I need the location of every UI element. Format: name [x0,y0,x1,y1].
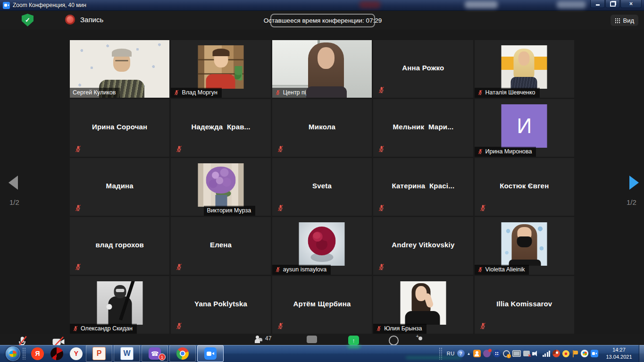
participant-name: Ирина Сорочан [70,99,169,154]
participant-tile[interactable]: Костюк Євген [475,158,574,216]
show-hidden-icons-button[interactable]: ▲ [467,352,471,356]
participant-tile[interactable]: Ирина Сорочан [70,99,169,157]
participant-name-label: Сергей Куликов [70,88,120,98]
dark-app-icon[interactable] [50,347,63,360]
maximize-button[interactable] [605,0,620,8]
participant-tile[interactable]: влад горохов [70,217,169,275]
viber-notification-badge: 1 [159,354,166,361]
ccleaner-tray-icon[interactable] [552,350,560,357]
window-titlebar: Zoom Конференция, 40 мин × [0,0,644,11]
participant-tile[interactable]: Артём Щербина [272,276,372,334]
participant-tile[interactable]: aysun ismaylova [272,217,372,275]
security-shield-icon[interactable]: ✓ [22,14,33,26]
participant-tile[interactable]: Влад Моргун [171,40,270,98]
start-button[interactable] [6,346,20,361]
participant-tile[interactable]: Мадина [70,158,169,216]
signal-tray-icon[interactable] [543,350,551,357]
muted-mic-icon [275,90,281,95]
participant-name: Мадина [70,158,169,213]
muted-mic-icon [479,204,486,211]
windows-update-tray-icon[interactable] [581,350,588,357]
taskbar-divider-dots [22,347,26,360]
taskbar-clock[interactable]: 14:27 13.04.2021 [603,346,635,361]
close-button[interactable]: × [620,0,642,8]
start-video-button-icon[interactable] [52,336,65,345]
minimize-button[interactable] [590,0,605,8]
chat-icon[interactable] [307,336,317,343]
update-warning-tray-icon[interactable] [503,350,510,357]
show-desktop-button[interactable] [639,345,644,362]
word-taskbar-button[interactable]: W [114,345,140,362]
yandex-browser-icon[interactable]: Y [70,347,83,360]
system-tray: RU ? ▲ 14:27 13.04.2021 [437,345,644,362]
participant-tile[interactable]: Наталія Шевченко [475,40,574,98]
participant-tile[interactable]: Микола [272,99,372,157]
maximize-icon [610,1,616,7]
participant-tile[interactable]: Юлия Брынза [373,276,473,334]
participant-name: Yana Poklytska [171,276,270,331]
participant-avatar [97,281,142,325]
powerpoint-taskbar-button[interactable]: P [86,345,112,362]
participants-button[interactable]: 47 [255,336,271,343]
participant-tile[interactable]: Елена [171,217,270,275]
participant-tile[interactable]: Andrey Vitkovskiy [373,217,473,275]
participant-avatar [198,163,244,207]
muted-mic-icon [176,263,183,270]
participant-tile[interactable]: Центр підтримки В... [272,40,372,98]
participant-tile[interactable]: Анна Рожко [373,40,473,98]
record-icon[interactable] [389,336,399,345]
muted-mic-icon [176,145,183,152]
page-indicator-left: 1/2 [9,198,19,206]
meeting-topbar: ✓ Запись Оставшееся время конференции: 0… [0,10,644,29]
close-icon: × [629,1,633,7]
participant-name: Violetta Alieinik [485,266,525,273]
action-center-flag-icon[interactable] [572,350,578,357]
yandex-app-icon[interactable]: Я [31,347,44,360]
page-indicator-right: 1/2 [627,198,636,206]
app-dots-tray-icon[interactable] [493,350,501,357]
share-screen-icon[interactable]: ↑ [348,336,359,345]
participant-tile[interactable]: Сергей Куликов [70,40,169,98]
video-grid: Сергей КуликовВлад МоргунЦентр підтримки… [70,40,574,334]
viber-tray-icon[interactable] [483,350,491,357]
participant-tile[interactable]: Yana Poklytska [171,276,270,334]
recording-indicator-icon[interactable] [65,15,75,25]
volume-tray-icon[interactable] [532,350,540,357]
participant-name-label: aysun ismaylova [272,265,331,275]
participant-tile[interactable]: Violetta Alieinik [475,217,574,275]
participant-tile[interactable]: Мельник Мари... [373,99,473,157]
minimize-icon [596,4,600,6]
meeting-toolbar: 47 ↑ [0,334,644,345]
participants-count: 47 [265,336,271,341]
participant-tile[interactable]: Надежда Крав... [171,99,270,157]
participant-name: Ирина Миронова [485,148,532,155]
participant-tile[interactable]: Illia Komissarov [475,276,574,334]
background-window-artifact [465,1,498,8]
zoom-app-icon [3,2,10,9]
unmute-button-icon[interactable] [16,336,28,345]
display-tray-icon[interactable] [512,350,521,357]
participant-name: влад горохов [70,217,169,272]
language-indicator[interactable]: RU [447,351,455,356]
muted-mic-icon [275,267,281,272]
word-icon: W [120,347,134,360]
view-button[interactable]: Вид [611,15,638,26]
window-title: Zoom Конференция, 40 мин [13,2,86,8]
participant-tile[interactable]: ИИрина Миронова [475,99,574,157]
network-plug-tray-icon[interactable] [523,351,530,356]
zoom-taskbar-button[interactable] [197,345,224,362]
participant-tile[interactable]: Катерина Красі... [373,158,473,216]
zoom-tray-icon[interactable] [591,350,598,357]
muted-mic-icon [378,145,385,152]
viber-taskbar-button[interactable]: ☎ 1 [142,345,168,362]
odnoklassniki-tray-icon[interactable] [473,350,481,357]
chrome-taskbar-button[interactable] [169,345,196,362]
next-page-arrow[interactable] [629,176,639,190]
participant-tile[interactable]: Sveta [272,158,372,216]
previous-page-arrow[interactable] [8,176,18,190]
flower-tray-icon[interactable] [562,350,569,357]
muted-mic-icon [277,145,284,152]
participant-name-label: Ирина Миронова [475,147,536,157]
participant-tile[interactable]: Олександр Скидан [70,276,169,334]
participant-tile[interactable]: Виктория Мурза [171,158,270,216]
